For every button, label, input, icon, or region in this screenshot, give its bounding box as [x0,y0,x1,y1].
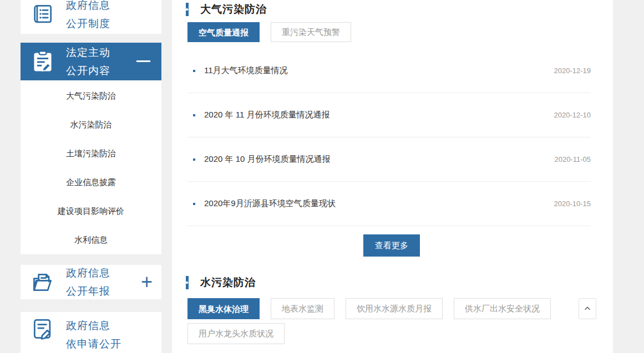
bullet-icon [193,70,195,72]
section-title-bar-icon [186,276,189,289]
sidebar: 政府信息 公开制度 法定主动 公开内容 大气污染防治 水污染防治 土壤污染防治 … [21,0,161,353]
sidebar-item-annual-report[interactable]: 政府信息 公开年报 + [21,265,161,299]
water-tabs-row2: 用户水龙头水质状况 [187,323,296,344]
sidebar-item-construction-impact[interactable]: 建设项目影响评价 [21,197,161,226]
sidebar-item-statutory-disclosure[interactable]: 法定主动 公开内容 [21,43,161,80]
document-list-icon [31,2,55,27]
air-tabs: 空气质量通报 重污染天气预警 [187,22,362,42]
water-tabs-row1: 黑臭水体治理 地表水监测 饮用水水源水质月报 供水厂出水安全状况 [187,298,596,319]
chevron-up-icon [584,305,591,313]
tab-drinking-water-monthly[interactable]: 饮用水水源水质月报 [346,298,443,319]
article-row: 2020年9月沂源县环境空气质量现状 2020-10-15 [187,182,591,226]
sidebar-item-air-pollution[interactable]: 大气污染防治 [21,81,161,110]
sidebar-item-water-pollution[interactable]: 水污染防治 [21,110,161,139]
bullet-icon [193,114,195,116]
article-link[interactable]: 11月大气环境质量情况 [204,65,554,76]
section-header-water: 水污染防治 [186,275,256,290]
expand-plus-icon[interactable]: + [141,272,153,292]
sidebar-item-label-line: 政府信息 [66,265,110,282]
tab-heavy-pollution-warning[interactable]: 重污染天气预警 [271,22,351,42]
clipboard-pen-icon [31,49,55,74]
section-title: 水污染防治 [200,275,256,290]
article-link[interactable]: 2020 年 11 月份环境质量情况通报 [204,110,554,120]
sidebar-item-label-line: 公开制度 [66,14,110,33]
article-row: 2020 年 10 月份环境质量情况通报 2020-11-05 [187,137,591,182]
folder-doc-icon [31,270,55,294]
sidebar-item-apply-disclosure[interactable]: 政府信息 依申请公开 [21,312,161,353]
bullet-icon [193,203,195,205]
tab-waterworks-outlet-safety[interactable]: 供水厂出水安全状况 [454,298,551,319]
sidebar-item-label-line: 依申请公开 [66,335,121,353]
article-link[interactable]: 2020年9月沂源县环境空气质量现状 [204,198,554,209]
collapse-section-button[interactable] [579,298,596,319]
section-header-air: 大气污染防治 [186,2,267,17]
bullet-icon [193,158,195,161]
sidebar-item-gov-info-system[interactable]: 政府信息 公开制度 [21,0,161,34]
tab-air-quality-bulletin[interactable]: 空气质量通报 [187,22,260,42]
doc-pen-icon [31,316,55,341]
collapse-minus-icon[interactable] [136,60,150,62]
sidebar-item-label-line: 政府信息 [66,0,110,14]
main-panel: 大气污染防治 空气质量通报 重污染天气预警 11月大气环境质量情况 2020-1… [172,0,613,353]
sidebar-item-enterprise-info[interactable]: 企业信息披露 [21,168,161,197]
tab-black-odorous-water[interactable]: 黑臭水体治理 [187,298,260,319]
sidebar-item-label-line: 公开内容 [66,62,110,80]
sidebar-item-label-line: 公开年报 [66,282,110,299]
article-date: 2020-12-19 [554,66,591,75]
article-date: 2020-12-10 [554,111,591,119]
sidebar-submenu: 大气污染防治 水污染防治 土壤污染防治 企业信息披露 建设项目影响评价 水利信息 [21,80,161,254]
article-link[interactable]: 2020 年 10 月份环境质量情况通报 [204,154,554,165]
article-list: 11月大气环境质量情况 2020-12-19 2020 年 11 月份环境质量情… [187,49,591,226]
article-date: 2020-11-05 [554,155,591,163]
section-title: 大气污染防治 [200,2,267,17]
sidebar-item-label-line: 政府信息 [66,316,121,335]
sidebar-item-water-conservancy[interactable]: 水利信息 [21,226,161,254]
section-title-bar-icon [186,3,189,16]
tab-tap-water-quality[interactable]: 用户水龙头水质状况 [187,323,285,344]
article-row: 2020 年 11 月份环境质量情况通报 2020-12-10 [187,93,591,137]
view-more-button[interactable]: 查看更多 [363,234,420,257]
sidebar-item-label-line: 法定主动 [66,43,110,62]
article-date: 2020-10-15 [554,199,591,208]
article-row: 11月大气环境质量情况 2020-12-19 [187,49,591,93]
sidebar-item-soil-pollution[interactable]: 土壤污染防治 [21,139,161,168]
tab-surface-water-monitoring[interactable]: 地表水监测 [271,298,334,319]
